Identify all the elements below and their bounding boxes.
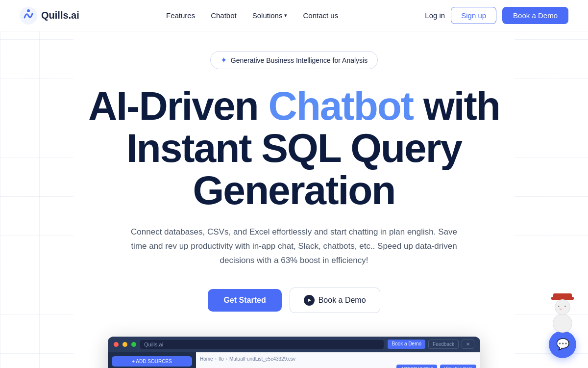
add-sources-button[interactable]: + ADD SOURCES: [112, 356, 192, 367]
snowman-head: [555, 299, 570, 315]
nav-item-contact[interactable]: Contact us: [303, 11, 338, 20]
app-breadcrumb: Home › flo › MutualFundList_c5c43329.csv: [200, 356, 476, 362]
breadcrumb-flo: flo: [219, 356, 224, 362]
view-file-data-button[interactable]: View File Data: [440, 365, 476, 368]
get-started-button[interactable]: Get Started: [208, 289, 281, 312]
logo-icon: [20, 7, 37, 25]
window-minimize-dot: [122, 342, 127, 347]
integrations-button[interactable]: INTEGRATIONS: [396, 365, 437, 368]
app-url-bar: Quills.ai: [140, 340, 384, 349]
snowman-body: [553, 314, 572, 333]
chat-open-button[interactable]: 💬: [549, 331, 576, 358]
breadcrumb-sep-1: ›: [215, 356, 217, 362]
logo-text: Quills.ai: [41, 10, 79, 21]
chevron-down-icon: ▾: [284, 12, 287, 19]
login-button[interactable]: Log in: [425, 11, 445, 20]
hero-badge: ✦ Generative Business Intelligence for A…: [210, 51, 378, 69]
hero-subtext: Connect databases, CSVs, and Excel effor…: [127, 225, 461, 268]
app-content: + ADD SOURCES Connect Database Home › fl…: [108, 352, 480, 368]
book-demo-button[interactable]: Book a Demo: [290, 288, 380, 313]
hero-headline: AI-Driven Chatbot withInstant SQL QueryG…: [39, 85, 549, 211]
window-maximize-dot: [131, 342, 136, 347]
snowman-decoration: [547, 293, 578, 333]
app-feedback-btn[interactable]: Feedback: [428, 340, 459, 349]
app-table-header: INTEGRATIONS View File Data: [200, 365, 476, 368]
signup-button[interactable]: Sign up: [451, 7, 496, 24]
cta-group: Get Started Book a Demo: [39, 288, 549, 313]
window-close-dot: [114, 342, 119, 347]
svg-point-1: [27, 9, 30, 12]
navbar: Quills.ai Features Chatbot Solutions ▾ C…: [0, 0, 588, 31]
app-titlebar: Quills.ai Book a Demo Feedback ✕: [108, 337, 480, 352]
headline-highlight: Chatbot: [268, 83, 413, 128]
snowman-hat: [553, 293, 572, 298]
nav-actions: Log in Sign up Book a Demo: [425, 7, 568, 24]
breadcrumb-sep-2: ›: [226, 356, 227, 362]
chat-icon: 💬: [556, 338, 569, 351]
breadcrumb-home: Home: [200, 356, 213, 362]
nav-links: Features Chatbot Solutions ▾ Contact us: [166, 11, 338, 20]
app-preview: Quills.ai Book a Demo Feedback ✕ + ADD S…: [108, 337, 480, 368]
headline-part1: AI-Driven: [88, 83, 268, 128]
breadcrumb-file: MutualFundList_c5c43329.csv: [229, 356, 295, 362]
app-close-btn: ✕: [462, 340, 474, 349]
chat-widget: 💬: [547, 293, 578, 358]
book-demo-label: Book a Demo: [318, 296, 366, 305]
hero-section: ✦ Generative Business Intelligence for A…: [0, 31, 588, 368]
app-url-text: Quills.ai: [144, 342, 163, 347]
badge-text: Generative Business Intelligence for Ana…: [231, 56, 368, 64]
app-book-demo-btn[interactable]: Book a Demo: [388, 340, 425, 349]
app-sidebar: + ADD SOURCES Connect Database: [108, 352, 196, 368]
logo[interactable]: Quills.ai: [20, 7, 79, 25]
book-demo-nav-button[interactable]: Book a Demo: [502, 7, 568, 24]
play-icon: [304, 295, 315, 306]
app-main-content: Home › flo › MutualFundList_c5c43329.csv…: [196, 352, 480, 368]
nav-item-features[interactable]: Features: [166, 11, 195, 20]
nav-item-solutions[interactable]: Solutions ▾: [252, 11, 288, 20]
app-header-buttons: Book a Demo Feedback ✕: [388, 340, 474, 349]
sparkle-icon: ✦: [220, 55, 227, 65]
nav-item-chatbot[interactable]: Chatbot: [211, 11, 237, 20]
